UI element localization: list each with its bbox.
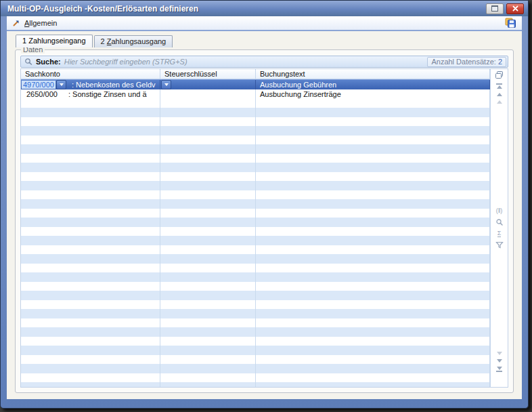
buchungstext-cell[interactable] <box>256 355 490 365</box>
table-row-empty[interactable] <box>21 364 490 373</box>
table-row-empty[interactable] <box>21 209 490 218</box>
buchungstext-cell[interactable] <box>256 382 490 387</box>
buchungstext-cell[interactable] <box>256 254 490 264</box>
buchungstext-cell[interactable] <box>256 227 490 236</box>
table-row-empty[interactable] <box>21 199 490 209</box>
scroll-top-icon[interactable] <box>496 83 502 89</box>
table-row-empty[interactable] <box>21 291 490 300</box>
sachkonto-cell[interactable] <box>21 337 160 346</box>
filter-icon[interactable] <box>495 241 504 249</box>
step-down-icon[interactable] <box>497 352 502 355</box>
steuerschluessel-cell[interactable] <box>160 355 256 365</box>
table-row-empty[interactable] <box>21 337 490 346</box>
buchungstext-cell[interactable] <box>256 181 490 190</box>
buchungstext-cell[interactable] <box>256 108 490 117</box>
steuerschluessel-cell[interactable] <box>160 236 256 245</box>
buchungstext-cell[interactable] <box>256 327 490 337</box>
table-row-empty[interactable] <box>21 318 490 328</box>
steuerschluessel-cell[interactable] <box>160 373 256 383</box>
table-row-empty[interactable] <box>21 163 490 172</box>
tab-zahlungsausgang[interactable]: 2 Zahlungsausgang <box>94 35 173 47</box>
table-header[interactable]: Sachkonto Steuerschlüssel Buchungstext <box>21 69 490 79</box>
buchungstext-cell[interactable] <box>256 291 490 300</box>
steuerschluessel-cell[interactable] <box>160 163 256 172</box>
sachkonto-cell[interactable] <box>21 181 160 190</box>
buchungstext-cell[interactable] <box>256 346 490 355</box>
table-row-empty[interactable] <box>21 272 490 282</box>
sachkonto-cell[interactable] <box>21 309 160 318</box>
page-up-icon[interactable] <box>497 93 502 96</box>
sachkonto-cell[interactable] <box>21 190 160 200</box>
sachkonto-cell[interactable] <box>21 227 160 236</box>
steuerschluessel-cell[interactable] <box>160 300 256 310</box>
table-row-empty[interactable] <box>21 264 490 273</box>
steuerschluessel-cell[interactable] <box>160 209 256 218</box>
steuerschluessel-cell[interactable] <box>160 80 256 89</box>
sachkonto-cell[interactable] <box>21 346 160 355</box>
menu-allgemein[interactable]: Allgemein <box>12 19 57 27</box>
buchungstext-cell[interactable] <box>256 272 490 282</box>
sum-icon[interactable]: Σ <box>497 230 502 237</box>
sachkonto-cell[interactable] <box>21 236 160 245</box>
buchungstext-cell[interactable] <box>256 154 490 163</box>
buchungstext-cell[interactable] <box>256 99 490 108</box>
table-row-empty[interactable] <box>21 154 490 163</box>
sachkonto-cell[interactable] <box>21 364 160 373</box>
steuerschluessel-cell[interactable] <box>160 227 256 236</box>
buchungstext-cell[interactable] <box>256 318 490 328</box>
steuerschluessel-cell[interactable] <box>160 264 256 273</box>
table-row-empty[interactable] <box>21 300 490 310</box>
sachkonto-cell[interactable] <box>21 300 160 310</box>
sachkonto-cell[interactable] <box>21 163 160 172</box>
steuerschluessel-cell[interactable] <box>160 136 256 145</box>
sachkonto-cell[interactable] <box>21 272 160 282</box>
table-row-empty[interactable] <box>21 327 490 337</box>
steuerschluessel-cell[interactable] <box>160 346 256 355</box>
steuerschluessel-cell[interactable] <box>160 199 256 209</box>
dock-button[interactable] <box>486 3 504 14</box>
buchungstext-cell[interactable]: Ausbuchung Zinserträge <box>256 89 490 99</box>
buchungstext-cell[interactable] <box>256 364 490 373</box>
steuerschluessel-cell[interactable] <box>160 272 256 282</box>
buchungstext-cell[interactable] <box>256 117 490 127</box>
sachkonto-cell[interactable] <box>21 355 160 365</box>
buchungstext-cell[interactable] <box>256 245 490 255</box>
close-button[interactable] <box>506 3 524 14</box>
title-bar[interactable]: Multi-OP-Ausgleich -Kosten/Erlösarten de… <box>1 1 528 16</box>
table-row[interactable]: 4970/000: Nebenkosten des GeldvAusbuchun… <box>21 79 490 89</box>
steuerschluessel-cell[interactable] <box>160 126 256 136</box>
steuerschluessel-cell[interactable] <box>160 254 256 264</box>
table-row-empty[interactable] <box>21 172 490 182</box>
buchungstext-cell[interactable] <box>256 136 490 145</box>
table-row-empty[interactable] <box>21 126 490 136</box>
header-buchungstext[interactable]: Buchungstext <box>256 69 490 79</box>
buchungstext-cell[interactable] <box>256 309 490 318</box>
steuerschluessel-cell[interactable] <box>160 309 256 318</box>
page-down-icon[interactable] <box>497 359 502 363</box>
sachkonto-cell[interactable] <box>21 99 160 108</box>
table-row-empty[interactable] <box>21 136 490 145</box>
buchungstext-cell[interactable]: Ausbuchung Gebühren <box>256 80 490 89</box>
buchungstext-cell[interactable] <box>256 264 490 273</box>
steuerschluessel-cell[interactable] <box>160 218 256 227</box>
table-row-empty[interactable] <box>21 218 490 227</box>
table-row-empty[interactable] <box>21 254 490 264</box>
steuerschluessel-cell[interactable] <box>160 382 256 387</box>
sachkonto-cell[interactable] <box>21 154 160 163</box>
sachkonto-cell[interactable] <box>21 209 160 218</box>
table-row-empty[interactable] <box>21 144 490 154</box>
sachkonto-cell[interactable] <box>21 136 160 145</box>
sachkonto-cell[interactable] <box>21 318 160 328</box>
search-placeholder[interactable]: Hier Suchbegriff eingeben (STRG+S) <box>64 58 428 66</box>
sachkonto-cell[interactable] <box>21 327 160 337</box>
sachkonto-cell[interactable] <box>21 382 160 387</box>
table-row-empty[interactable] <box>21 108 490 117</box>
steuerschluessel-cell[interactable] <box>160 117 256 127</box>
table-row-empty[interactable] <box>21 346 490 355</box>
steuerschluessel-cell[interactable] <box>160 89 256 99</box>
sachkonto-cell[interactable] <box>21 218 160 227</box>
buchungstext-cell[interactable] <box>256 300 490 310</box>
buchungstext-cell[interactable] <box>256 218 490 227</box>
table-row-empty[interactable] <box>21 236 490 245</box>
table-row-empty[interactable] <box>21 181 490 190</box>
